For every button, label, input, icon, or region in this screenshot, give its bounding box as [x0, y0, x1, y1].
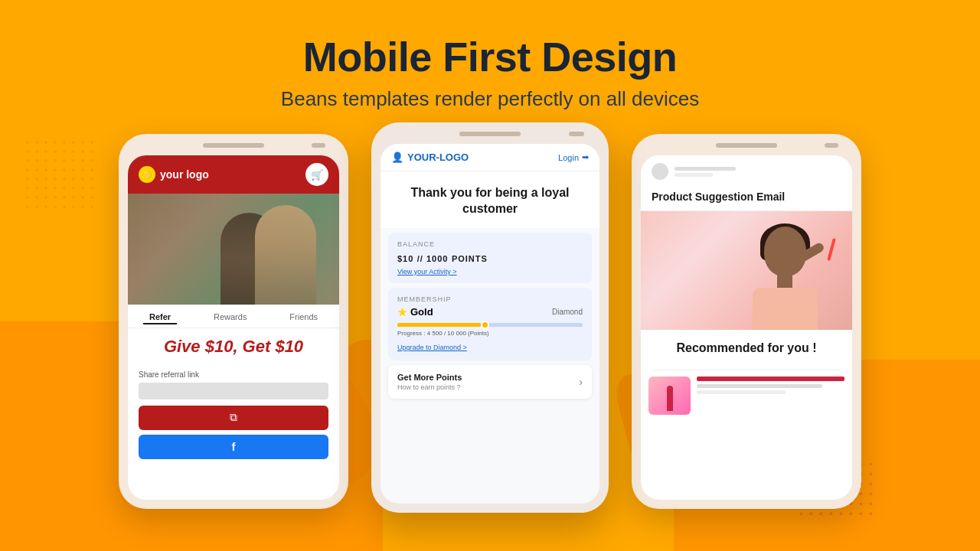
- lipstick-tip: [667, 386, 673, 392]
- cart-button[interactable]: 🛒: [305, 163, 328, 186]
- page-subtitle: Beans templates render perfectly on all …: [0, 87, 980, 111]
- logo-icon: 🟡: [139, 166, 155, 183]
- membership-label: MEMBERSHIP: [397, 295, 583, 303]
- product-row: [641, 370, 852, 421]
- loyalty-hero: Thank you for being a loyal customer: [381, 171, 599, 228]
- woman-head: [764, 227, 806, 276]
- brand-logo: 🟡 your logo: [139, 166, 209, 183]
- progress-fill: [397, 323, 481, 327]
- referral-link-input[interactable]: [139, 383, 328, 399]
- product-bar-accent: [697, 377, 844, 381]
- product-bar-2: [697, 384, 822, 388]
- phone-loyalty: 👤 YOUR-LOGO Login ➡ Thank you for being …: [371, 122, 609, 513]
- page-title: Mobile First Design: [0, 34, 980, 80]
- membership-card: MEMBERSHIP ★ Gold Diamond Progress : 4 5…: [388, 288, 592, 360]
- membership-tier-row: ★ Gold Diamond: [397, 306, 583, 318]
- user-icon: 👤: [391, 152, 403, 163]
- gold-star-icon: ★: [397, 306, 407, 318]
- phone-product: Product Suggestion Email Recommended for…: [632, 134, 861, 509]
- points-title: Get More Points: [397, 373, 462, 382]
- brand-logo-2: 👤 YOUR-LOGO: [391, 152, 469, 163]
- facebook-icon: f: [232, 440, 236, 453]
- phone3-header: [641, 155, 852, 186]
- offer-text: Give $10, Get $10: [128, 328, 339, 365]
- tab-refer[interactable]: Refer: [143, 311, 177, 324]
- progress-dot: [481, 321, 489, 329]
- logo-text-2: YOUR-LOGO: [407, 152, 469, 163]
- login-arrow-icon: ➡: [582, 152, 589, 162]
- points-subtitle: How to earn points ?: [397, 383, 462, 391]
- balance-label: BALANCE: [397, 240, 583, 248]
- copy-button[interactable]: ⧉: [139, 406, 328, 430]
- recommendation-section: Recommended for you !: [641, 330, 852, 364]
- view-activity-link[interactable]: View your Activity >: [397, 268, 583, 276]
- phones-container: 🟡 your logo 🛒 Refer Rewards Friends Give…: [0, 134, 980, 513]
- chevron-right-icon: ›: [579, 376, 583, 388]
- tab-rewards[interactable]: Rewards: [207, 311, 253, 324]
- next-tier-label: Diamond: [552, 308, 583, 316]
- progress-bar: [397, 323, 583, 327]
- product-info: [697, 377, 844, 394]
- image-overlay: [128, 194, 339, 305]
- progress-text: Progress : 4 500 / 10 000 (Points): [397, 330, 583, 337]
- email-title: Product Suggestion Email: [652, 191, 841, 203]
- product-hero-image: [641, 211, 852, 330]
- recommended-text: Recommended for you !: [652, 341, 841, 356]
- phone1-header: 🟡 your logo 🛒: [128, 155, 339, 194]
- product-bar-3: [697, 390, 786, 394]
- page-header: Mobile First Design Beans templates rend…: [0, 0, 980, 111]
- balance-amount: $10 // 1000 POINTS: [397, 251, 583, 265]
- phone-referral-inner: 🟡 your logo 🛒 Refer Rewards Friends Give…: [128, 155, 339, 500]
- phone-referral: 🟡 your logo 🛒 Refer Rewards Friends Give…: [119, 134, 348, 509]
- product-thumbnail: [648, 377, 691, 415]
- phone-loyalty-inner: 👤 YOUR-LOGO Login ➡ Thank you for being …: [381, 144, 599, 504]
- hero-image: [128, 194, 339, 305]
- referral-label: Share referral link: [139, 370, 328, 379]
- balance-card: BALANCE $10 // 1000 POINTS View your Act…: [388, 233, 592, 283]
- phone2-header: 👤 YOUR-LOGO Login ➡: [381, 144, 599, 171]
- upgrade-link[interactable]: Upgrade to Diamond >: [397, 344, 467, 351]
- tab-bar: Refer Rewards Friends: [128, 305, 339, 328]
- login-text: Login: [558, 153, 579, 162]
- facebook-share-button[interactable]: f: [139, 435, 328, 459]
- email-title-area: Product Suggestion Email: [641, 186, 852, 211]
- referral-section: Share referral link ⧉ f: [128, 366, 339, 464]
- woman-body: [753, 288, 818, 330]
- email-avatar: [652, 163, 668, 180]
- get-points-card[interactable]: Get More Points How to earn points ? ›: [388, 365, 592, 399]
- loyalty-hero-text: Thank you for being a loyal customer: [391, 185, 589, 217]
- header-placeholder-bars: [675, 167, 736, 177]
- copy-icon: ⧉: [230, 411, 237, 424]
- bar-1: [675, 167, 736, 171]
- tier-name: Gold: [410, 306, 433, 318]
- dropper-icon: [827, 238, 836, 261]
- logo-text: your logo: [160, 168, 209, 181]
- login-button[interactable]: Login ➡: [558, 152, 589, 162]
- tab-friends[interactable]: Friends: [283, 311, 324, 324]
- gold-tier: ★ Gold: [397, 306, 433, 318]
- points-info: Get More Points How to earn points ?: [397, 373, 462, 391]
- bar-2: [675, 173, 713, 177]
- phone-product-inner: Product Suggestion Email Recommended for…: [641, 155, 852, 500]
